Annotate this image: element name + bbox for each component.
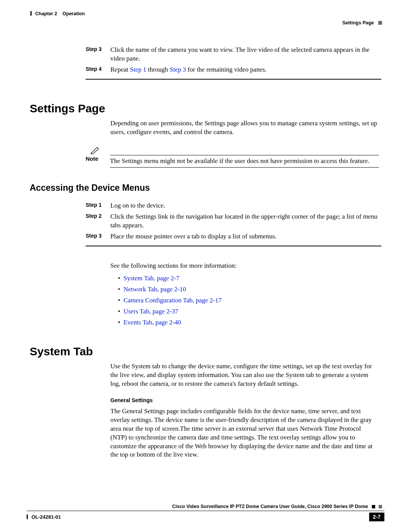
note-label: Note [86,155,110,166]
list-item: Network Tab, page 2-10 [118,285,384,294]
link-step3[interactable]: Step 3 [170,66,186,73]
step-text: Click the name of the camera you want to… [110,46,381,63]
links-list: System Tab, page 2-7 Network Tab, page 2… [118,274,384,327]
footer-rule [27,511,384,511]
list-item: Camera Configuration Tab, page 2-17 [118,296,384,305]
list-item: Events Tab, page 2-40 [118,318,384,327]
chapter-label: Chapter 2 [35,11,57,16]
heading-system-tab: System Tab [30,344,384,359]
chapter-title: Operation [62,11,85,16]
note-text: The Settings menu might not be available… [110,155,379,166]
step-label: Step 4 [86,66,110,74]
more-info-text: See the following sections for more info… [110,262,379,270]
section-breadcrumb: Settings Page [342,20,374,26]
step-text: Log on to the device. [110,201,381,210]
note-block: Note The Settings menu might not be avai… [86,146,379,168]
steps-block-1: Step 3 Click the name of the camera you … [86,46,381,74]
step-text: Click the Settings link in the navigatio… [110,212,381,230]
footer-doc-title: Cisco Video Surveillance IP PTZ Dome Cam… [172,504,368,509]
system-tab-intro: Use the System tab to change the device … [110,362,379,388]
step-label: Step 2 [86,212,110,230]
step-row: Step 2 Click the Settings link in the na… [86,212,381,230]
step-row: Step 3 Click the name of the camera you … [86,46,381,63]
footer-bottom-row: OL-24281-01 2-7 [27,513,384,521]
header-section: Settings Page [342,20,382,26]
divider [86,79,381,80]
link-events-tab[interactable]: Events Tab, page 2-40 [123,319,181,326]
link-camera-config-tab[interactable]: Camera Configuration Tab, page 2-17 [123,297,221,304]
step-label: Step 1 [86,201,110,210]
page-footer: Cisco Video Surveillance IP PTZ Dome Cam… [27,503,384,521]
header-square-icon [378,21,382,25]
note-pen-icon [90,146,101,154]
header-chapter: Chapter 2 Operation [30,11,85,17]
steps-block-2: Step 1 Log on to the device. Step 2 Clic… [86,201,381,241]
footer-square-icon [372,505,375,508]
footer-doc-id: OL-24281-01 [32,514,61,520]
settings-intro: Depending on user permissions, the Setti… [110,119,379,137]
page-container: Chapter 2 Operation Settings Page Step 3… [0,0,411,532]
step-label: Step 3 [86,46,110,63]
footer-doc-id-wrap: OL-24281-01 [27,514,61,521]
step-row: Step 3 Place the mouse pointer over a ta… [86,232,381,241]
link-system-tab[interactable]: System Tab, page 2-7 [123,275,179,282]
footer-bar-icon [27,514,28,519]
page-number-badge: 2-7 [369,513,384,521]
step-label: Step 3 [86,232,110,241]
heading-settings-page: Settings Page [30,101,384,117]
link-network-tab[interactable]: Network Tab, page 2-10 [123,286,186,293]
header-bar-icon [30,11,32,16]
link-users-tab[interactable]: Users Tab, page 2-37 [123,308,178,315]
link-step1[interactable]: Step 1 [130,66,146,73]
divider [86,246,381,246]
footer-doc-title-line: Cisco Video Surveillance IP PTZ Dome Cam… [27,503,384,510]
footer-square-icon [379,505,382,508]
heading-accessing: Accessing the Device Menus [30,182,384,194]
step-row: Step 4 Repeat Step 1 through Step 3 for … [86,66,381,74]
step-text: Place the mouse pointer over a tab to di… [110,232,381,241]
list-item: Users Tab, page 2-37 [118,307,384,316]
note-rule-bottom [110,167,379,168]
step-row: Step 1 Log on to the device. [86,201,381,210]
list-item: System Tab, page 2-7 [118,274,384,283]
general-settings-heading: General Settings [110,397,379,404]
general-settings-body: The General Settings page includes confi… [110,407,379,460]
step-text: Repeat Step 1 through Step 3 for the rem… [110,66,381,74]
